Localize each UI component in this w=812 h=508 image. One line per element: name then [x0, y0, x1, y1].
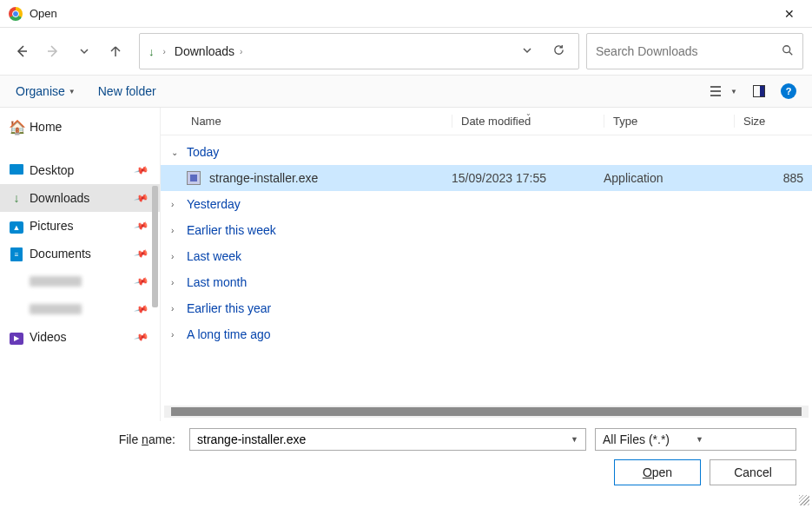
filename-combobox[interactable]: ▼ [189, 428, 586, 451]
sidebar-item-redacted[interactable]: 📌 [0, 295, 160, 323]
group-earlier-week[interactable]: ›Earlier this week [161, 217, 812, 243]
sidebar-label: Pictures [30, 219, 74, 233]
chevron-right-icon: › [171, 252, 180, 261]
sidebar-item-documents[interactable]: ≡ Documents 📌 [0, 240, 160, 267]
documents-icon: ≡ [9, 246, 24, 262]
resize-grip[interactable] [799, 495, 809, 505]
horizontal-scrollbar[interactable] [164, 406, 809, 418]
new-folder-label: New folder [98, 84, 156, 98]
sidebar-label: Documents [30, 247, 91, 261]
sidebar: 🏠 Home Desktop 📌 ↓ Downloads 📌 ▲ Picture… [0, 108, 161, 421]
chevron-down-icon: ▼ [696, 435, 789, 444]
file-size: 885 [734, 171, 812, 185]
downloads-location-icon: ↓ [149, 45, 155, 58]
sidebar-label: Home [30, 120, 62, 134]
group-label: Last month [187, 275, 247, 289]
view-options-button[interactable] [706, 82, 725, 101]
chevron-right-icon: › [171, 200, 180, 209]
search-box[interactable] [586, 33, 803, 69]
file-name-cell: strange-installer.exe [161, 171, 452, 185]
open-button[interactable]: Open [614, 459, 701, 485]
sidebar-scrollbar[interactable] [152, 186, 158, 307]
group-label: Today [187, 145, 219, 159]
pin-icon: 📌 [134, 246, 150, 261]
column-header-date[interactable]: ⌄ Date modified [452, 115, 604, 128]
chevron-right-icon[interactable]: › [240, 47, 242, 56]
home-icon: 🏠 [9, 119, 24, 135]
up-button[interactable] [102, 38, 129, 64]
recent-dropdown-button[interactable] [71, 38, 97, 64]
column-headers: Name ⌄ Date modified Type Size [161, 108, 812, 135]
chevron-right-icon: › [171, 330, 180, 340]
column-header-size[interactable]: Size [734, 115, 812, 128]
address-bar[interactable]: ↓ › Downloads › [139, 33, 579, 69]
sidebar-item-desktop[interactable]: Desktop 📌 [0, 156, 160, 184]
group-label: Earlier this week [187, 223, 276, 237]
group-label: Last week [187, 249, 241, 263]
pin-icon: 📌 [134, 218, 150, 234]
sidebar-label: Desktop [30, 163, 74, 177]
sidebar-item-redacted[interactable]: 📌 [0, 267, 160, 295]
videos-icon: ▶ [9, 329, 24, 345]
toolbar: Organise ▼ New folder ▼ ? [0, 75, 812, 108]
group-today[interactable]: ⌄ Today [161, 139, 812, 165]
column-header-type[interactable]: Type [604, 115, 734, 128]
chevron-right-icon[interactable]: › [163, 47, 166, 56]
group-yesterday[interactable]: ›Yesterday [161, 191, 812, 217]
chevron-down-icon: ⌄ [171, 148, 180, 157]
dialog-buttons: Open Cancel [16, 459, 796, 485]
bottom-panel: File name: ▼ All Files (*.*) ▼ Open Canc… [0, 421, 812, 508]
sidebar-item-downloads[interactable]: ↓ Downloads 📌 [0, 184, 160, 212]
pictures-icon: ▲ [9, 219, 24, 234]
file-type-filter[interactable]: All Files (*.*) ▼ [595, 428, 796, 451]
window-title: Open [30, 7, 776, 20]
group-earlier-year[interactable]: ›Earlier this year [161, 295, 812, 321]
close-button[interactable]: ✕ [776, 0, 803, 28]
chevron-down-icon[interactable]: ▼ [730, 88, 737, 96]
column-header-name[interactable]: Name [161, 115, 452, 128]
application-icon [187, 171, 201, 185]
pin-icon: 📌 [134, 190, 150, 206]
help-button[interactable]: ? [781, 83, 796, 99]
breadcrumb: Downloads › [175, 44, 507, 58]
pin-icon: 📌 [134, 329, 150, 345]
group-last-month[interactable]: ›Last month [161, 269, 812, 295]
sidebar-label: Videos [30, 330, 67, 344]
search-icon[interactable] [782, 44, 794, 59]
nav-buttons [9, 38, 129, 64]
sidebar-item-pictures[interactable]: ▲ Pictures 📌 [0, 212, 160, 240]
sidebar-item-home[interactable]: 🏠 Home [0, 113, 160, 141]
main-area: 🏠 Home Desktop 📌 ↓ Downloads 📌 ▲ Picture… [0, 108, 812, 421]
file-name: strange-installer.exe [209, 171, 318, 185]
pin-icon: 📌 [134, 274, 150, 289]
filename-label: File name: [16, 432, 181, 446]
desktop-icon [9, 163, 24, 177]
sidebar-label [30, 276, 82, 287]
refresh-button[interactable] [547, 43, 570, 59]
group-label: A long time ago [187, 327, 271, 341]
preview-pane-button[interactable] [749, 82, 769, 101]
file-row[interactable]: strange-installer.exe 15/09/2023 17:55 A… [161, 165, 812, 191]
breadcrumb-item[interactable]: Downloads [175, 44, 234, 58]
address-dropdown-button[interactable] [516, 45, 538, 58]
forward-button[interactable] [40, 38, 66, 64]
cancel-button[interactable]: Cancel [710, 459, 796, 485]
sidebar-label [30, 304, 82, 314]
new-folder-button[interactable]: New folder [98, 84, 156, 98]
sidebar-label: Downloads [30, 191, 89, 205]
search-input[interactable] [596, 44, 782, 58]
group-label: Yesterday [187, 197, 241, 211]
back-button[interactable] [9, 38, 35, 64]
chrome-icon [9, 7, 23, 21]
file-list: ⌄ Today strange-installer.exe 15/09/2023… [161, 135, 812, 406]
sidebar-item-videos[interactable]: ▶ Videos 📌 [0, 323, 160, 351]
chevron-down-icon[interactable]: ▼ [571, 435, 578, 444]
filename-row: File name: ▼ All Files (*.*) ▼ [16, 428, 796, 451]
navigation-row: ↓ › Downloads › [0, 28, 812, 75]
group-last-week[interactable]: ›Last week [161, 243, 812, 269]
filename-input[interactable] [197, 432, 571, 446]
organise-menu[interactable]: Organise ▼ [16, 84, 76, 98]
chevron-right-icon: › [171, 226, 180, 235]
sort-indicator-icon: ⌄ [525, 109, 531, 117]
group-long-ago[interactable]: ›A long time ago [161, 321, 812, 347]
